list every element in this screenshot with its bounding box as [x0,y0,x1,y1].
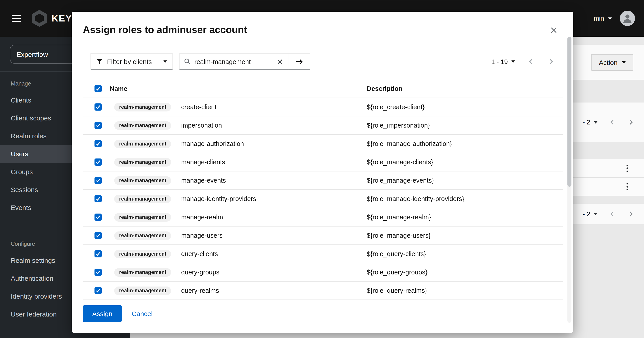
modal-footer: Assign Cancel [83,305,152,322]
clear-icon [277,59,282,64]
role-description: ${role_query-realms} [367,287,564,294]
check-icon [96,233,100,238]
caret-down-icon [622,61,626,63]
kebab-menu-icon[interactable] [623,181,632,193]
caret-down-icon [164,60,167,63]
client-badge: realm-management [114,231,171,240]
check-icon [96,86,100,91]
pagination-range-label: - 2 [583,119,590,126]
row-checkbox[interactable] [94,104,102,110]
client-badge: realm-management [114,121,171,130]
role-name: manage-users [181,232,222,239]
search-submit-button[interactable] [288,53,310,70]
role-name: manage-identity-providers [181,195,256,202]
role-description: ${role_manage-authorization} [367,140,564,147]
check-icon [96,105,100,109]
column-header-name: Name [108,85,367,92]
table-header-row: Name Description [83,80,564,98]
person-icon [622,12,633,24]
row-checkbox[interactable] [94,232,102,239]
role-name: query-groups [181,268,220,276]
role-name: create-client [181,104,216,110]
role-name: manage-clients [181,158,225,166]
brand-logo[interactable]: KEY [32,10,72,27]
row-checkbox[interactable] [94,177,102,184]
table-row: realm-managementquery-clients${role_quer… [83,245,564,263]
row-checkbox[interactable] [94,195,102,202]
client-badge: realm-management [114,194,171,203]
filter-by-clients-dropdown[interactable]: Filter by clients [90,53,173,70]
clear-search-button[interactable] [276,58,284,65]
column-header-description: Description [367,85,564,92]
caret-down-icon [594,213,598,215]
row-checkbox[interactable] [94,214,102,221]
pagination-range-dropdown[interactable]: 1 - 19 [491,58,515,65]
realm-name: Expertflow [16,50,48,58]
roles-table-body: realm-managementcreate-client${role_crea… [83,98,564,300]
avatar[interactable] [620,11,635,26]
client-badge: realm-management [114,140,171,148]
nav-toggle-icon[interactable] [12,15,21,22]
search-icon [184,58,191,65]
user-menu[interactable]: min [594,15,612,22]
modal-scrollbar-track[interactable] [568,37,572,323]
select-all-checkbox[interactable] [94,85,102,92]
action-button[interactable]: Action [592,54,633,70]
kebab-menu-icon[interactable] [623,162,632,174]
pagination-range-dropdown[interactable]: - 2 [583,210,598,218]
cancel-button[interactable]: Cancel [132,310,152,318]
previous-page-button[interactable] [608,118,616,126]
role-description: ${role_query-clients} [367,250,564,258]
next-page-button[interactable] [627,210,635,218]
chevron-left-icon [609,211,615,217]
caret-down-icon [512,60,515,63]
caret-down-icon [608,17,612,20]
table-row: realm-managementmanage-identity-provider… [83,190,564,208]
row-checkbox[interactable] [94,268,102,276]
modal-scrollbar-thumb[interactable] [568,37,572,187]
filter-label: Filter by clients [107,58,152,65]
row-checkbox[interactable] [94,250,102,258]
role-name: query-clients [181,250,218,258]
role-description: ${role_manage-identity-providers} [367,195,564,202]
close-button[interactable] [548,25,559,37]
row-checkbox[interactable] [94,122,102,129]
chevron-right-icon [548,58,554,65]
pagination-range-label: 1 - 19 [491,58,508,65]
row-checkbox[interactable] [94,158,102,166]
next-page-button[interactable] [627,118,635,126]
app-root: KEY min Expertflow ManageClientsClient s… [0,0,644,338]
modal-title: Assign roles to adminuser account [83,24,247,36]
arrow-right-icon [295,58,303,65]
previous-page-button[interactable] [527,57,535,66]
table-row: realm-managementmanage-realm${role_manag… [83,208,564,226]
row-checkbox[interactable] [94,140,102,147]
table-row: realm-managementcreate-client${role_crea… [83,98,564,116]
row-checkbox[interactable] [94,287,102,294]
role-description: ${role_manage-events} [367,177,564,184]
caret-down-icon [594,121,598,123]
assign-button[interactable]: Assign [83,305,122,322]
client-badge: realm-management [114,176,171,185]
check-icon [96,252,100,256]
brand-text: KEY [52,13,72,24]
search-input[interactable] [194,58,273,65]
table-row: realm-managementmanage-events${role_mana… [83,172,564,190]
table-row: realm-managementquery-realms${role_query… [83,282,564,300]
role-description: ${role_manage-users} [367,232,564,239]
check-icon [96,288,100,293]
next-page-button[interactable] [547,57,555,66]
pagination-range-dropdown[interactable]: - 2 [583,119,598,126]
client-badge: realm-management [114,250,171,258]
role-description: ${role_create-client} [367,104,564,110]
role-description: ${role_impersonation} [367,122,564,129]
table-row: realm-managementmanage-users${role_manag… [83,226,564,245]
check-icon [96,196,100,201]
check-icon [96,123,100,128]
role-name: query-realms [181,287,219,294]
role-description: ${role_query-groups} [367,268,564,276]
check-icon [96,142,100,146]
assign-roles-modal: Assign roles to adminuser account Filter… [72,12,573,333]
client-badge: realm-management [114,213,171,222]
previous-page-button[interactable] [608,210,616,218]
